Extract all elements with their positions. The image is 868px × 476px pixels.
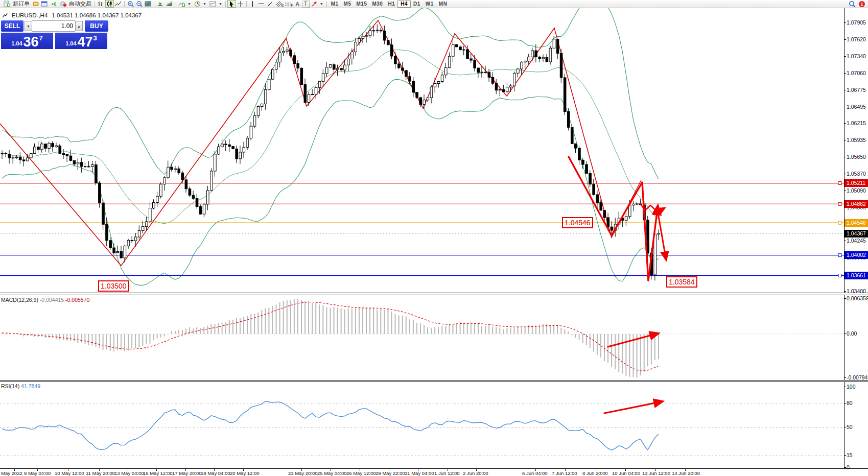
sell-price-prefix: 1.04 [11, 40, 22, 46]
rsi-line [2, 401, 659, 450]
notification-icon[interactable]: 1 [857, 0, 867, 8]
buy-price-prefix: 1.04 [65, 40, 76, 46]
rsi-canvas[interactable] [0, 382, 844, 468]
toolbar-separator [154, 1, 154, 7]
bar-chart-icon[interactable] [97, 0, 105, 8]
toolbar-separator [246, 1, 247, 7]
candles [1, 25, 660, 281]
candlestick-icon[interactable] [105, 0, 114, 8]
chevron-down-icon: ▼ [320, 2, 323, 6]
sell-price-display[interactable]: 1.04 36 7 [1, 33, 53, 49]
macd-histogram [2, 299, 659, 377]
new-order-label: 新订单 [13, 0, 30, 8]
volume-input[interactable] [32, 20, 75, 32]
trendline-tool-icon[interactable] [266, 0, 274, 8]
buy-price-pip: 3 [93, 34, 97, 42]
main-chart-pane[interactable] [0, 8, 868, 293]
new-order-button[interactable]: 新订单 [1, 0, 31, 8]
macd-canvas[interactable] [0, 295, 844, 380]
chevron-down-icon: ▼ [203, 2, 206, 6]
horizontal-line-tool-icon[interactable] [257, 0, 266, 8]
macd-axis-border [844, 295, 844, 380]
timeframe-button-m15[interactable]: M15 [354, 1, 370, 8]
timeframe-button-m30[interactable]: M30 [369, 1, 385, 8]
cursor-tool-icon[interactable] [227, 0, 236, 8]
line-chart-icon[interactable] [114, 0, 123, 8]
toolbar-separator [225, 1, 226, 7]
chart-title: EURUSD-,H4 1.04531 1.04686 1.04367 1.043… [2, 12, 142, 18]
toolbar: 新订单 自动交易 [0, 0, 868, 8]
drawn-arrow[interactable] [604, 402, 660, 413]
autotrade-icon [59, 0, 67, 8]
signals-icon[interactable] [49, 0, 57, 8]
ohlc-values: 1.04531 1.04686 1.04367 1.04367 [52, 12, 142, 18]
autotrade-label: 自动交易 [69, 0, 91, 8]
one-click-trading-panel: SELL ▼ ▲ BUY 1.04 36 7 1.04 47 3 [1, 20, 108, 49]
new-order-icon [3, 0, 11, 8]
symbol-period-label: EURUSD-,H4 [12, 12, 48, 18]
macd-pane[interactable] [0, 295, 868, 380]
toolbar-separator [124, 1, 125, 7]
new-chart-icon[interactable] [40, 0, 49, 8]
tile-windows-icon[interactable] [144, 0, 152, 8]
templates-button[interactable]: ▼ [208, 0, 224, 8]
buy-price-display[interactable]: 1.04 47 3 [55, 33, 107, 49]
notification-badge: 1 [859, 1, 865, 7]
timeframe-button-m5[interactable]: M5 [341, 1, 354, 8]
rsi-pane[interactable] [0, 382, 868, 469]
toolbar-separator [175, 1, 175, 7]
timeframe-button-w1[interactable]: W1 [423, 1, 436, 8]
text-tool-icon[interactable]: A [293, 0, 302, 8]
toolbar-separator [95, 1, 95, 7]
timeframe-switcher: M1M5M15M30H1H4D1W1MN [329, 1, 450, 8]
trading-terminal: 新订单 自动交易 [0, 0, 868, 476]
timeframe-button-h4[interactable]: H4 [397, 1, 411, 8]
volume-decrease-button[interactable]: ▼ [25, 21, 32, 31]
autotrade-button[interactable]: 自动交易 [57, 0, 93, 8]
symbol-marker-icon [2, 13, 8, 18]
buy-price-big: 47 [78, 36, 93, 48]
price-axis-border [844, 8, 844, 293]
chevron-down-icon: ▼ [219, 2, 222, 6]
chevron-down-icon: ▼ [187, 2, 191, 6]
zoom-in-icon[interactable] [126, 0, 135, 8]
volume-stepper: ▼ ▲ [25, 20, 83, 32]
timeframe-button-d1[interactable]: D1 [411, 1, 423, 8]
auto-scroll-icon[interactable] [156, 0, 165, 8]
price-chart-canvas[interactable] [0, 8, 844, 293]
zigzag-trendline[interactable] [0, 20, 641, 266]
time-axis[interactable] [0, 469, 868, 476]
chart-style-icon[interactable] [31, 0, 40, 8]
zoom-out-icon[interactable] [135, 0, 144, 8]
label-tool-icon[interactable]: T [302, 1, 310, 8]
vertical-line-tool-icon[interactable] [248, 0, 257, 8]
periods-button[interactable]: ▼ [193, 0, 208, 8]
rsi-axis-border [844, 382, 844, 468]
sell-price-pip: 7 [39, 34, 43, 42]
arrows-tool-button[interactable]: ▼ [310, 0, 325, 8]
indicators-button[interactable]: ▼ [177, 0, 193, 8]
sell-button[interactable]: SELL [1, 20, 24, 32]
crosshair-tool-icon[interactable] [236, 0, 245, 8]
chart-shift-icon[interactable] [165, 0, 173, 8]
search-icon[interactable] [848, 0, 857, 8]
buy-button[interactable]: BUY [85, 20, 108, 32]
toolbar-separator [326, 1, 327, 7]
volume-increase-button[interactable]: ▲ [75, 21, 83, 31]
timeframe-button-mn[interactable]: MN [436, 1, 450, 8]
timeframe-button-m1[interactable]: M1 [329, 1, 341, 8]
sell-price-big: 36 [24, 36, 39, 48]
timeframe-button-h1[interactable]: H1 [385, 1, 397, 8]
